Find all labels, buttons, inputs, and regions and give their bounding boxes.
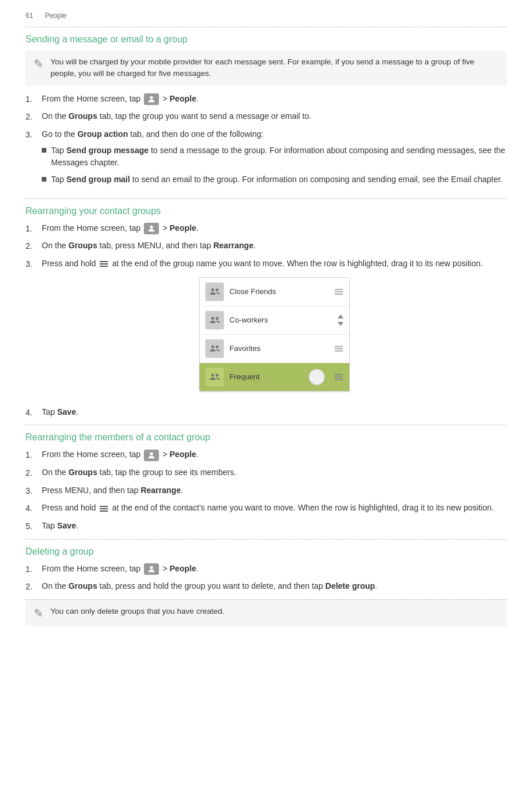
screenshot-row-3: Favorites: [200, 335, 349, 363]
sending-step-1: 1. From the Home screen, tap > People.: [26, 93, 506, 106]
step-num-del2: 2.: [26, 580, 42, 593]
people-app-icon-3: [144, 450, 159, 461]
step-content-rm3: Press MENU, and then tap Rearrange.: [42, 484, 506, 498]
step-num-rm2: 2.: [26, 466, 42, 480]
people-app-icon-4: [144, 563, 159, 575]
sub-bullet-2: Tap Send group mail to send an email to …: [42, 173, 506, 186]
page-number: 61: [26, 12, 33, 20]
step-content-rm2: On the Groups tab, tap the group to see …: [42, 466, 506, 480]
group-name-frequent: Frequent: [230, 371, 303, 383]
step-num-rg1: 1.: [26, 222, 42, 236]
chapter-title: People: [45, 12, 66, 20]
group-icon-close-friends: [205, 283, 224, 301]
svg-point-1: [150, 226, 153, 229]
del-step-1: 1. From the Home screen, tap > People.: [26, 563, 506, 576]
deleting-section-title: Deleting a group: [26, 546, 506, 557]
step-num-rm4: 4.: [26, 502, 42, 515]
sending-step-3: 3. Go to the Group action tab, and then …: [26, 128, 506, 193]
group-icon-favorites: [205, 339, 224, 358]
step-content-2: On the Groups tab, tap the group you wan…: [42, 110, 506, 124]
sending-section: Sending a message or email to a group ✎ …: [26, 27, 506, 193]
drag-handle-3: [334, 346, 343, 352]
sending-steps: 1. From the Home screen, tap > People. 2…: [26, 93, 506, 193]
svg-point-4: [211, 317, 214, 320]
deleting-section: Deleting a group 1. From the Home screen…: [26, 539, 506, 593]
arrow-up-icon: [338, 314, 343, 318]
bullet-icon-2: [42, 177, 46, 182]
bullet-icon-1: [42, 148, 46, 153]
step-num-rg2: 2.: [26, 240, 42, 253]
people-app-icon-2: [144, 223, 159, 234]
rearranging-groups-title: Rearranging your contact groups: [26, 206, 506, 216]
step-content-rg4: Tap Save.: [42, 406, 506, 419]
step-num-rm5: 5.: [26, 520, 42, 533]
rearranging-groups-steps: 1. From the Home screen, tap > People. 2…: [26, 222, 506, 419]
svg-point-8: [211, 374, 214, 376]
step-num-del1: 1.: [26, 563, 42, 576]
step-content-rm5: Tap Save.: [42, 520, 506, 533]
step-content-rg1: From the Home screen, tap > People.: [42, 222, 506, 236]
step-num-rg4: 4.: [26, 406, 42, 419]
group-name-coworkers: Co-workers: [230, 314, 332, 326]
sub-bullet-1: Tap Send group message to send a message…: [42, 144, 506, 169]
note-icon: ✎: [34, 57, 44, 71]
rearranging-step-3: 3. Press and hold at the end of the grou…: [26, 258, 506, 401]
group-icon-frequent: [205, 368, 224, 386]
sending-step-2: 2. On the Groups tab, tap the group you …: [26, 110, 506, 124]
screenshot-row-4: Frequent: [200, 363, 349, 392]
rearranging-step-2: 2. On the Groups tab, press MENU, and th…: [26, 240, 506, 253]
screenshot-row-1: Close Friends: [200, 278, 349, 306]
step-content-del2: On the Groups tab, press and hold the gr…: [42, 580, 506, 593]
rearranging-groups-section: Rearranging your contact groups 1. From …: [26, 198, 506, 419]
drag-handle-icon-inline: [100, 261, 108, 267]
step-content-rm1: From the Home screen, tap > People.: [42, 448, 506, 462]
rm-step-3: 3. Press MENU, and then tap Rearrange.: [26, 484, 506, 498]
rearranging-members-steps: 1. From the Home screen, tap > People. 2…: [26, 448, 506, 533]
group-name-close-friends: Close Friends: [230, 286, 328, 298]
rearranging-step-4: 4. Tap Save.: [26, 406, 506, 419]
rearranging-members-title: Rearranging the members of a contact gro…: [26, 432, 506, 443]
people-app-icon-1: [144, 93, 159, 105]
sending-note-text: You will be charged by your mobile provi…: [50, 56, 498, 80]
step-num-rm1: 1.: [26, 448, 42, 462]
group-icon-coworkers: [205, 311, 224, 329]
step-num-1: 1.: [26, 93, 42, 106]
rm-step-2: 2. On the Groups tab, tap the group to s…: [26, 466, 506, 480]
step-num-2: 2.: [26, 110, 42, 124]
drag-circle-icon: [309, 369, 325, 385]
sub-bullets-sending: Tap Send group message to send a message…: [42, 141, 506, 193]
page: 61 People Sending a message or email to …: [0, 0, 532, 643]
del-step-2: 2. On the Groups tab, press and hold the…: [26, 580, 506, 593]
rm-step-4: 4. Press and hold at the end of the cont…: [26, 502, 506, 515]
rm-step-5: 5. Tap Save.: [26, 520, 506, 533]
svg-point-11: [150, 566, 153, 569]
arrow-down-icon: [338, 322, 343, 326]
rearranging-members-section: Rearranging the members of a contact gro…: [26, 425, 506, 533]
sending-note-box: ✎ You will be charged by your mobile pro…: [26, 50, 506, 86]
sub-bullet-text-1: Tap Send group message to send a message…: [51, 144, 506, 169]
sub-bullet-text-2: Tap Send group mail to send an email to …: [51, 173, 502, 186]
svg-point-2: [211, 288, 214, 291]
svg-point-9: [215, 374, 218, 376]
step-num-rg3: 3.: [26, 258, 42, 401]
drag-handle-4: [334, 374, 343, 380]
svg-point-6: [211, 345, 214, 348]
step-num-rm3: 3.: [26, 484, 42, 498]
svg-point-7: [215, 345, 218, 348]
svg-point-10: [150, 452, 153, 455]
phone-screenshot: Close Friends Co-workers: [199, 277, 350, 392]
step-content-del1: From the Home screen, tap > People.: [42, 563, 506, 576]
screenshot-row-2: Co-workers: [200, 306, 349, 335]
svg-point-3: [215, 288, 218, 291]
bottom-note-icon: ✎: [34, 606, 44, 620]
deleting-steps: 1. From the Home screen, tap > People. 2…: [26, 563, 506, 593]
step-content-3: Go to the Group action tab, and then do …: [42, 128, 506, 193]
svg-point-5: [215, 317, 218, 320]
drag-handle-1: [334, 289, 343, 295]
group-name-favorites: Favorites: [230, 343, 328, 354]
drag-arrow-2: [338, 314, 343, 326]
step-content-rm4: Press and hold at the end of the contact…: [42, 502, 506, 515]
drag-handle-icon-inline-2: [100, 506, 108, 512]
step-content-rg2: On the Groups tab, press MENU, and then …: [42, 240, 506, 253]
step-content-rg3: Press and hold at the end of the group n…: [42, 258, 506, 401]
